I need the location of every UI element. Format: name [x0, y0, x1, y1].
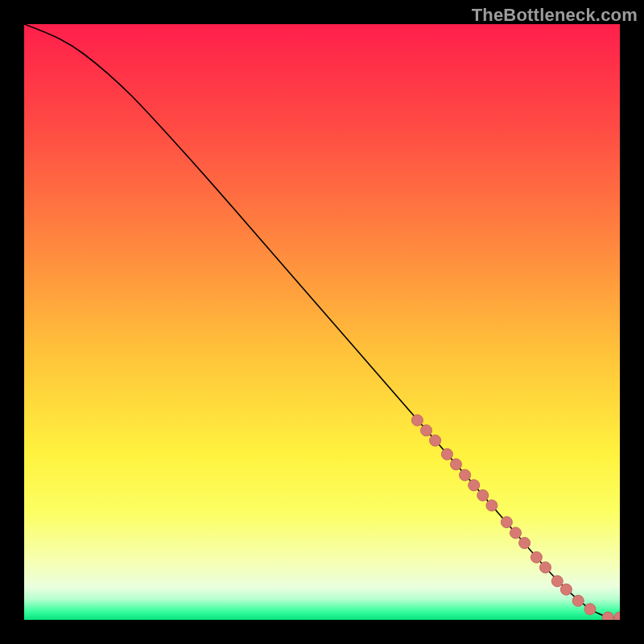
- chart-point: [469, 480, 480, 491]
- chart-point: [477, 489, 489, 501]
- chart-svg: [24, 24, 620, 620]
- chart-point: [602, 612, 613, 620]
- chart-point: [460, 469, 471, 481]
- chart-point: [572, 595, 584, 606]
- chart-point: [501, 517, 512, 528]
- chart-point: [510, 527, 522, 539]
- chart-point: [540, 562, 551, 573]
- chart-point: [421, 425, 432, 436]
- chart-point: [486, 500, 497, 511]
- watermark-text: TheBottleneck.com: [472, 5, 638, 26]
- chart-background-gradient: [24, 24, 620, 620]
- chart-point: [560, 584, 572, 595]
- chart-point: [451, 459, 462, 470]
- chart-point: [584, 604, 596, 615]
- chart-point: [430, 435, 441, 446]
- chart-point: [411, 415, 423, 426]
- chart-plot-area: [24, 24, 620, 620]
- chart-stage: TheBottleneck.com: [0, 0, 644, 644]
- chart-point: [519, 538, 530, 549]
- chart-point: [530, 551, 542, 563]
- chart-point: [441, 448, 452, 460]
- chart-point: [551, 576, 563, 587]
